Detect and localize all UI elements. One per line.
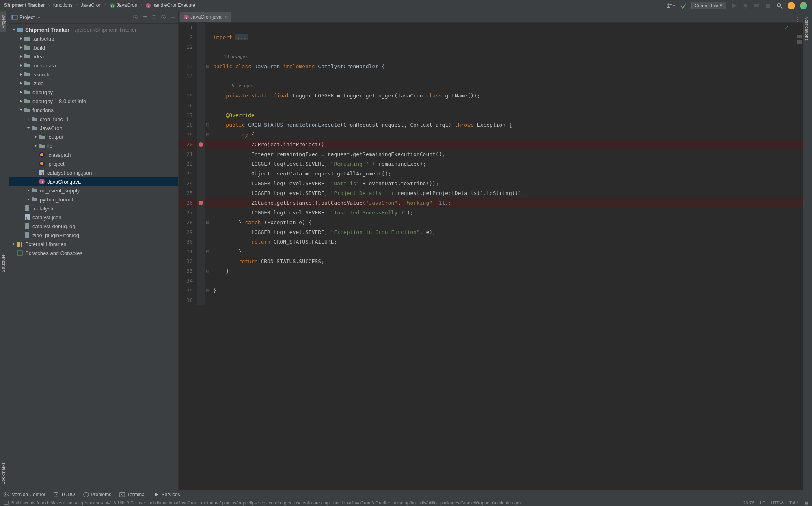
tool-services[interactable]: Services: [154, 492, 180, 497]
build-icon[interactable]: [680, 2, 687, 9]
tree-node[interactable]: {}catalyst.json: [9, 213, 178, 222]
status-message[interactable]: Build scripts found: Maven: .antsetup/ap…: [11, 500, 521, 505]
code-line[interactable]: 36: [179, 296, 803, 305]
code-line[interactable]: 12: [179, 42, 803, 52]
breakpoint-icon[interactable]: [199, 142, 203, 147]
status-position[interactable]: 26:76: [743, 500, 754, 505]
code-line[interactable]: 20 ZCProject.initProject();: [179, 140, 803, 149]
code-line[interactable]: 27 LOGGER.log(Level.SEVERE, "Inserted Su…: [179, 208, 803, 218]
code-line[interactable]: 1: [179, 23, 803, 32]
tree-node[interactable]: .output: [9, 132, 178, 141]
code-line[interactable]: 24 LOGGER.log(Level.SEVERE, "Data is" + …: [179, 179, 803, 188]
stop-button[interactable]: [765, 2, 771, 9]
tool-terminal[interactable]: Terminal: [119, 492, 145, 497]
lock-icon[interactable]: [804, 500, 809, 505]
status-icon[interactable]: [3, 500, 9, 506]
code-line[interactable]: 25 LOGGER.log(Level.SEVERE, "Project Det…: [179, 188, 803, 198]
tree-node[interactable]: python_tunnel: [9, 195, 178, 204]
debug-button[interactable]: [742, 2, 749, 9]
code-line[interactable]: 15 private static final Logger LOGGER = …: [179, 91, 803, 101]
expand-all-icon[interactable]: [142, 14, 148, 20]
tree-node[interactable]: JJavaCron.java: [9, 177, 178, 186]
code-line[interactable]: 18⊟ public CRON_STATUS handleCronExecute…: [179, 120, 803, 130]
tree-node[interactable]: .zide: [9, 79, 178, 88]
breadcrumb-folder[interactable]: JavaCron: [79, 2, 103, 9]
usage-hint[interactable]: 18 usages: [179, 52, 803, 62]
run-config-selector[interactable]: Current File ▾: [691, 2, 726, 9]
file-tab[interactable]: J JavaCron.java ×: [180, 12, 231, 22]
tree-node[interactable]: .build: [9, 43, 178, 52]
tree-node[interactable]: JavaCron: [9, 123, 178, 132]
search-icon[interactable]: [776, 2, 783, 9]
tree-node[interactable]: functions: [9, 106, 178, 115]
code-line[interactable]: 22 LOGGER.log(Level.SEVERE, "Remaining "…: [179, 159, 803, 169]
close-tab-icon[interactable]: ×: [225, 14, 228, 20]
tool-project[interactable]: Project: [0, 11, 6, 32]
tree-root[interactable]: Shipment Tracker~/personl/Shipment Track…: [9, 25, 178, 34]
tree-node[interactable]: zide_pluginError.log: [9, 231, 178, 240]
tree-node[interactable]: .antsetup: [9, 34, 178, 43]
breakpoint-icon[interactable]: [199, 201, 203, 205]
code-line[interactable]: 34: [179, 276, 803, 286]
select-opened-file-icon[interactable]: [132, 14, 138, 20]
tree-node[interactable]: lib: [9, 141, 178, 150]
code-line[interactable]: 26 ZCCache.getInstance().putCacheValue("…: [179, 198, 803, 208]
code-line[interactable]: 14: [179, 71, 803, 81]
analysis-ok-icon[interactable]: ✓: [784, 24, 789, 31]
tool-structure[interactable]: Structure: [0, 251, 6, 276]
avatar[interactable]: [788, 2, 795, 9]
collapse-all-icon[interactable]: [151, 14, 157, 20]
code-line[interactable]: 35⊟}: [179, 286, 803, 296]
status-line-sep[interactable]: LF: [760, 500, 765, 505]
code-line[interactable]: 30 return CRON_STATUS.FAILURE;: [179, 237, 803, 247]
tree-node[interactable]: .classpath: [9, 150, 178, 159]
code-line[interactable]: 29 LOGGER.log(Level.SEVERE, "Exception i…: [179, 227, 803, 237]
code-line[interactable]: 19⊟ try {: [179, 130, 803, 140]
tool-version-control[interactable]: Version Control: [4, 492, 45, 497]
code-line[interactable]: 23 Object eventData = request.getAllArgu…: [179, 169, 803, 179]
tree-node[interactable]: cron_func_1: [9, 115, 178, 123]
usage-hint[interactable]: 5 usages: [179, 81, 803, 91]
breadcrumb-method[interactable]: mhandleCronExecute: [144, 2, 197, 9]
tree-node[interactable]: debugpy: [9, 88, 178, 97]
tree-node[interactable]: .catalystrc: [9, 204, 178, 213]
more-actions-icon[interactable]: [754, 2, 760, 9]
code-line[interactable]: 16: [179, 101, 803, 110]
tree-node[interactable]: debugpy-1.8.0.dist-info: [9, 97, 178, 106]
breadcrumb-folder[interactable]: functions: [52, 2, 74, 9]
code-line[interactable]: 2import ...: [179, 32, 803, 42]
code-line[interactable]: 28⊟ } catch (Exception e) {: [179, 218, 803, 227]
hide-icon[interactable]: [170, 14, 176, 20]
ide-logo-icon[interactable]: [800, 2, 807, 9]
tool-problems[interactable]: Problems: [83, 492, 112, 497]
status-indent[interactable]: Tab*: [789, 500, 798, 505]
tree-node[interactable]: {}catalyst-config.json: [9, 168, 178, 177]
tool-notifications[interactable]: Notifications: [803, 13, 810, 44]
tool-bookmarks[interactable]: Bookmarks: [0, 459, 6, 488]
tree-node[interactable]: .metadata: [9, 61, 178, 70]
tree-node[interactable]: catalyst-debug.log: [9, 222, 178, 231]
chevron-down-icon[interactable]: ▾: [38, 15, 40, 20]
tree-node[interactable]: .idea: [9, 52, 178, 61]
status-encoding[interactable]: UTF-8: [771, 500, 784, 505]
code-line[interactable]: 13⊟public class JavaCron implements Cata…: [179, 62, 803, 71]
project-tree[interactable]: Shipment Tracker~/personl/Shipment Track…: [9, 24, 178, 490]
tab-list-icon[interactable]: ⋮: [792, 17, 803, 22]
run-button[interactable]: [731, 2, 737, 9]
tree-node[interactable]: .project: [9, 159, 178, 168]
code-line[interactable]: 17 @Override: [179, 110, 803, 120]
code-line[interactable]: 32 return CRON_STATUS.SUCCESS;: [179, 257, 803, 266]
code-line[interactable]: 33⊟ }: [179, 266, 803, 276]
settings-icon[interactable]: [160, 14, 166, 20]
error-stripe[interactable]: [797, 35, 802, 45]
code-line[interactable]: 31⊟ }: [179, 247, 803, 257]
tree-scratches[interactable]: Scratches and Consoles: [9, 249, 178, 257]
users-dropdown-icon[interactable]: ▾: [666, 2, 675, 9]
code-editor[interactable]: 12import ...1218 usages13⊟public class J…: [179, 23, 803, 490]
tree-node[interactable]: on_event_supply: [9, 186, 178, 195]
code-line[interactable]: 21 Integer remainingExec = request.getRe…: [179, 149, 803, 159]
breadcrumb-project[interactable]: Shipment Tracker: [2, 2, 47, 9]
tree-external-libs[interactable]: External Libraries: [9, 240, 178, 249]
tree-node[interactable]: .vscode: [9, 70, 178, 79]
breadcrumb-class[interactable]: CJavaCron: [108, 2, 139, 9]
